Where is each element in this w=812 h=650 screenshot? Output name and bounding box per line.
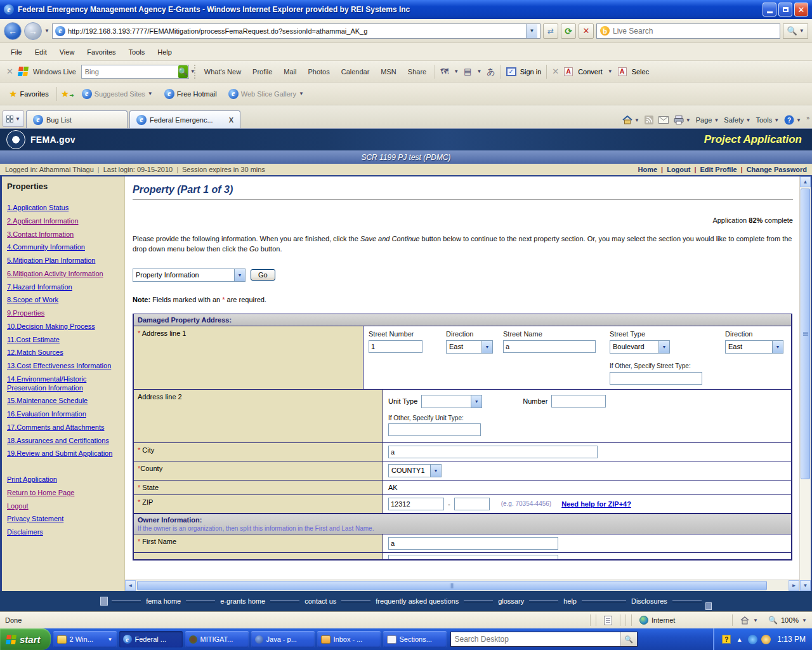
address-field[interactable]: e ▼: [52, 23, 540, 39]
direction-select[interactable]: East▼: [446, 340, 493, 354]
favorite-web-slice-gallery[interactable]: e Web Slice Gallery ▼: [225, 87, 308, 101]
sign-in-button[interactable]: ✓ Sign in: [506, 67, 542, 76]
sidebar-item-scope-of-work[interactable]: 8.Scope of Work: [7, 296, 119, 305]
taskbar-item-windows-group[interactable]: 2 Win...▼: [53, 631, 117, 647]
scroll-left-icon[interactable]: ◄: [125, 580, 136, 591]
tools-menu[interactable]: Tools▼: [756, 116, 779, 124]
live-link-photos[interactable]: Photos: [304, 68, 332, 76]
show-hidden-icons[interactable]: ▲: [735, 635, 744, 644]
street-name-input[interactable]: [503, 340, 596, 353]
logout-link[interactable]: Logout: [667, 166, 690, 173]
zoom-control[interactable]: 🔍 100% ▼: [763, 616, 812, 625]
taskbar-item-federal[interactable]: e Federal ...: [119, 631, 183, 647]
messenger-icon[interactable]: [748, 635, 757, 644]
help-tray-icon[interactable]: ?: [722, 635, 731, 644]
live-link-mail[interactable]: Mail: [280, 68, 299, 76]
select-button[interactable]: Selec: [632, 68, 650, 76]
favorite-free-hotmail[interactable]: e Free Hotmail: [160, 87, 221, 101]
bing-search-box[interactable]: 🔍 ▼: [81, 65, 189, 79]
translate-icon[interactable]: あ: [487, 66, 495, 77]
share-map-icon[interactable]: 🗺: [440, 67, 449, 76]
desktop-search-input[interactable]: [451, 635, 620, 644]
tab-close-icon[interactable]: X: [229, 116, 233, 124]
stop-button[interactable]: ✕: [579, 23, 594, 39]
sidebar-logout[interactable]: Logout: [7, 502, 119, 511]
street-type-select[interactable]: Boulevard▼: [610, 340, 670, 354]
bing-search-input[interactable]: [82, 68, 178, 76]
sidebar-item-properties[interactable]: 9.Properties: [7, 309, 119, 318]
sidebar-item-applicant-information[interactable]: 2.Applicant Information: [7, 217, 119, 226]
county-select[interactable]: COUNTY1▼: [388, 464, 442, 477]
sidebar-item-cost-effectiveness-information[interactable]: 13.Cost Effectiveness Information: [7, 362, 119, 371]
other-unit-type-input[interactable]: [388, 423, 481, 436]
share-dropdown-icon[interactable]: ▼: [454, 69, 459, 74]
page-menu[interactable]: Page▼: [696, 116, 719, 124]
sidebar-item-decision-making-process[interactable]: 10.Decision Making Process: [7, 322, 119, 331]
unit-number-input[interactable]: [551, 395, 606, 408]
zip-plus4-input[interactable]: [454, 498, 490, 510]
card-icon[interactable]: ▤: [464, 67, 471, 76]
menu-tools[interactable]: Tools: [123, 46, 151, 58]
sidebar-item-mitigation-activity-information[interactable]: 6.Mitigation Activity Information: [7, 270, 119, 279]
safety-menu[interactable]: Safety▼: [724, 116, 750, 124]
sidebar-item-comments-and-attachments[interactable]: 17.Comments and Attachments: [7, 423, 119, 432]
other-street-type-input[interactable]: [610, 372, 702, 385]
sidebar-print-application[interactable]: Print Application: [7, 475, 119, 484]
address-dropdown-icon[interactable]: ▼: [526, 24, 537, 38]
sidebar-item-cost-estimate[interactable]: 11.Cost Estimate: [7, 336, 119, 345]
footer-help[interactable]: help: [558, 597, 582, 605]
footer-faq[interactable]: frequently asked questions: [370, 597, 464, 605]
taskbar-item-inbox[interactable]: Inbox - ...: [317, 631, 381, 647]
sidebar-return-home[interactable]: Return to Home Page: [7, 489, 119, 498]
edit-profile-link[interactable]: Edit Profile: [700, 166, 737, 173]
feeds-button[interactable]: [645, 116, 653, 124]
taskbar-item-mitigation[interactable]: MITIGAT...: [185, 631, 249, 647]
close-button[interactable]: ✕: [794, 3, 808, 17]
footer-glossary[interactable]: glossary: [493, 597, 529, 605]
toolbar-overflow-icon[interactable]: »: [806, 115, 809, 121]
favorite-suggested-sites[interactable]: e Suggested Sites ▼: [78, 87, 157, 101]
card-dropdown-icon[interactable]: ▼: [476, 69, 481, 74]
scroll-up-icon[interactable]: ▲: [800, 176, 811, 187]
horizontal-scrollbar[interactable]: ◄ ►: [125, 580, 799, 591]
city-input[interactable]: [388, 446, 598, 458]
compatibility-view-button[interactable]: ⇄: [543, 23, 558, 39]
live-search-input[interactable]: [613, 27, 776, 36]
sidebar-item-evaluation-information[interactable]: 16.Evaluation Information: [7, 410, 119, 419]
go-button[interactable]: Go: [251, 269, 275, 281]
convert-dropdown-icon[interactable]: ▼: [608, 69, 613, 74]
read-mail-button[interactable]: [658, 116, 669, 124]
home-button[interactable]: ▼: [622, 116, 639, 124]
sidebar-item-application-status[interactable]: 1.Application Status: [7, 204, 119, 213]
live-link-msn[interactable]: MSN: [377, 68, 399, 76]
url-input[interactable]: [68, 27, 523, 35]
footer-disclosures[interactable]: Disclosures: [626, 597, 672, 605]
add-favorite-icon[interactable]: ★➜: [61, 88, 74, 100]
desktop-search-box[interactable]: 🔍: [450, 632, 638, 647]
menu-view[interactable]: View: [54, 46, 81, 58]
sidebar-disclaimers[interactable]: Disclaimers: [7, 528, 119, 537]
menu-edit[interactable]: Edit: [29, 46, 53, 58]
tab-federal-emergency[interactable]: e Federal Emergenc... X: [129, 110, 240, 128]
sidebar-item-match-sources[interactable]: 12.Match Sources: [7, 348, 119, 357]
history-dropdown-icon[interactable]: ▼: [44, 28, 49, 34]
search-button[interactable]: 🔍▼: [783, 23, 808, 39]
sidebar-item-maintenance-schedule[interactable]: 15.Maintenance Schedule: [7, 397, 119, 406]
menu-help[interactable]: Help: [152, 46, 178, 58]
footer-fema-home[interactable]: fema home: [141, 597, 186, 605]
live-link-whats-new[interactable]: What's New: [201, 68, 244, 76]
direction-2-select[interactable]: East▼: [725, 340, 783, 354]
live-search-box[interactable]: b: [596, 23, 780, 39]
print-button[interactable]: ▼: [674, 116, 691, 124]
section-select[interactable]: Property Information▼: [133, 269, 246, 282]
footer-egrants-home[interactable]: e-grants home: [215, 597, 270, 605]
sidebar-item-hazard-information[interactable]: 7.Hazard Information: [7, 283, 119, 292]
sidebar-item-community-information[interactable]: 4.Community Information: [7, 243, 119, 252]
menu-favorites[interactable]: Favorites: [81, 46, 121, 58]
menu-file[interactable]: File: [5, 46, 28, 58]
restore-button[interactable]: [778, 3, 792, 17]
adobe-toolbar-close-icon[interactable]: ✕: [552, 67, 559, 76]
horizontal-scroll-thumb[interactable]: [137, 581, 767, 590]
search-icon[interactable]: 🔍: [620, 632, 637, 646]
clock-tray-icon[interactable]: [761, 635, 771, 644]
